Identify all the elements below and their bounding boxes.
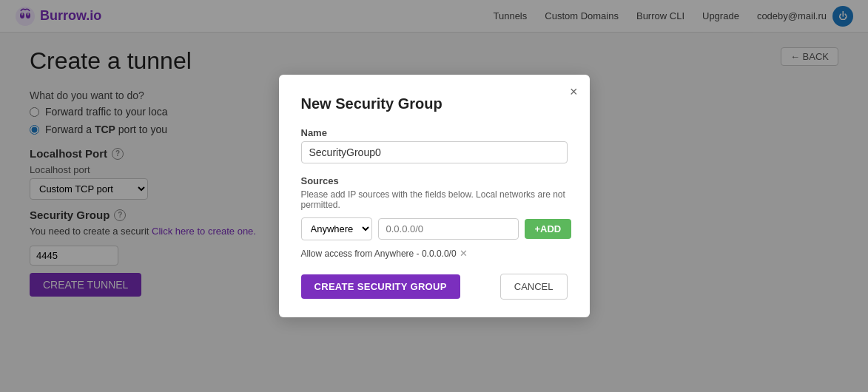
sources-label: Sources [301, 175, 568, 186]
modal-title: New Security Group [301, 95, 568, 112]
access-tag: Allow access from Anywhere - 0.0.0.0/0 ✕ [301, 248, 568, 259]
name-input[interactable] [301, 141, 568, 163]
security-group-modal: × New Security Group Name Sources Please… [279, 75, 590, 317]
modal-overlay: × New Security Group Name Sources Please… [0, 0, 868, 392]
sources-select[interactable]: Anywhere Custom [301, 217, 372, 240]
modal-close-button[interactable]: × [570, 85, 578, 98]
name-label: Name [301, 127, 568, 138]
access-tag-remove[interactable]: ✕ [460, 248, 468, 259]
ip-input[interactable] [378, 218, 519, 240]
modal-actions: CREATE SECURITY GROUP CANCEL [301, 274, 568, 300]
add-button[interactable]: +ADD [525, 219, 572, 239]
create-security-group-button[interactable]: CREATE SECURITY GROUP [301, 274, 460, 299]
sources-hint: Please add IP sources with the fields be… [301, 189, 568, 210]
sources-row: Anywhere Custom +ADD [301, 217, 568, 240]
cancel-button[interactable]: CANCEL [500, 274, 568, 300]
